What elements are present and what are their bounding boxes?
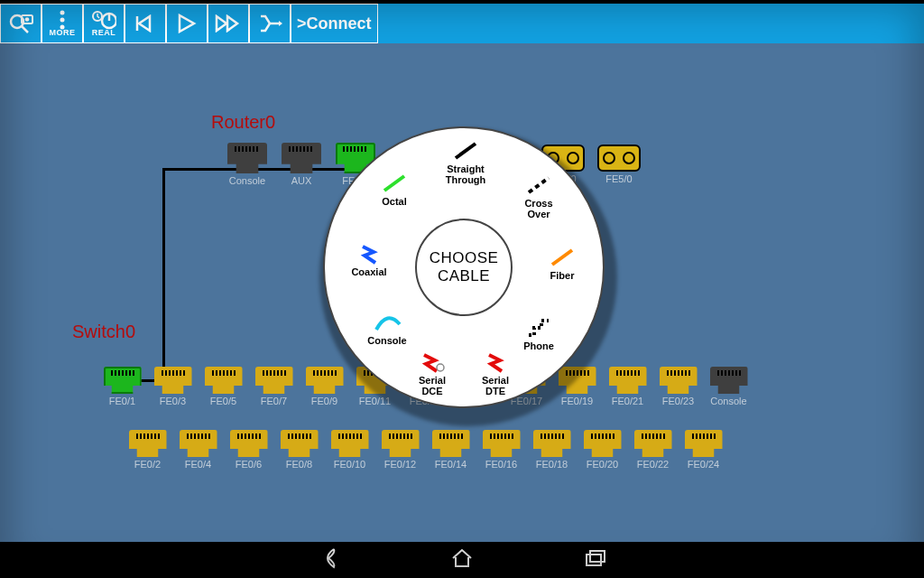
svg-point-4 [60,11,65,15]
cable-coaxial[interactable]: Coaxial [334,242,404,278]
cable-serial-dte[interactable]: Serial DTE [460,350,531,396]
svg-marker-15 [279,21,282,26]
switch-port[interactable]: FE0/24 [682,430,725,470]
switch-port[interactable]: FE0/4 [177,430,219,470]
nav-recents-button[interactable] [583,545,608,574]
switch-port[interactable]: FE0/8 [278,430,320,470]
switch-port[interactable]: FE0/16 [480,430,522,470]
step-back-icon [134,14,157,33]
dashed-line-icon [525,173,552,197]
switch-row-bottom: FE0/2 FE0/4 FE0/6 FE0/8 FE0/10 FE0/12 FE… [126,430,725,470]
switch-port[interactable]: FE0/5 [202,367,245,406]
fast-forward-icon [215,14,242,33]
switch-port[interactable]: FE0/18 [531,430,573,470]
vertical-dots-icon [58,10,67,30]
router-port-console[interactable]: Console [224,143,271,186]
switch-port[interactable]: FE0/9 [303,367,346,406]
router-label[interactable]: Router0 [211,112,275,133]
cable-fiber[interactable]: Fiber [527,246,597,282]
svg-line-20 [384,176,404,191]
router-port-fe50[interactable]: FE5/0 [596,144,642,184]
home-icon [449,545,475,571]
step-back-button[interactable] [125,4,166,43]
nav-back-button[interactable] [316,545,341,574]
more-label: MORE [50,28,76,37]
red-bolt-clock-icon [419,350,446,374]
picker-center: CHOOSE CABLE [415,219,513,316]
cable-console[interactable]: Console [352,311,422,347]
switch-port[interactable]: FE0/23 [657,367,699,406]
cyan-arc-icon [373,311,402,334]
android-navbar [0,542,924,578]
switch-port[interactable]: FE0/2 [126,430,169,470]
svg-marker-13 [217,16,226,31]
workspace-canvas[interactable]: Router0 Switch0 Console AUX FE0/0 FE4/0 … [0,43,924,542]
switch-port[interactable]: FE0/14 [430,430,472,470]
svg-point-3 [25,17,30,22]
cable-cross-over[interactable]: Cross Over [504,173,574,219]
fast-forward-button[interactable] [208,4,249,43]
switch-port[interactable]: FE0/7 [253,367,295,406]
cable-serial-dce[interactable]: Serial DCE [397,350,467,396]
recents-icon [583,545,608,571]
branch-icon [257,13,282,34]
search-zoom-button[interactable] [0,4,42,43]
svg-rect-21 [590,551,605,562]
orange-line-icon [549,246,576,269]
switch-port[interactable]: FE0/10 [328,430,371,470]
blue-bolt-icon [357,242,381,266]
back-icon [316,545,341,571]
picker-center-line2: CABLE [438,267,490,285]
svg-marker-12 [180,15,194,32]
cable-octal[interactable]: Octal [359,172,430,208]
play-icon [176,14,198,33]
switch-port[interactable]: FE0/6 [227,430,270,470]
switch-port[interactable]: FE0/12 [379,430,421,470]
cable-phone[interactable]: Phone [504,316,574,352]
svg-rect-22 [587,555,601,565]
svg-line-17 [529,178,549,192]
cable-segment [162,168,165,381]
switch-port[interactable]: FE0/21 [606,367,649,406]
cable-straight-through[interactable]: Straight Through [430,139,501,185]
straight-line-icon [452,139,479,163]
svg-marker-10 [139,16,150,31]
red-bolt-icon [484,350,507,374]
switch-port-console[interactable]: Console [707,367,750,406]
switch-port[interactable]: FE0/1 [101,367,143,406]
toolbar: MORE REAL >Connect [0,4,924,43]
switch-port[interactable]: FE0/20 [581,430,624,470]
real-label: REAL [92,28,116,37]
realtime-button[interactable]: REAL [83,4,125,43]
dotted-step-icon [525,316,552,340]
router-port-aux[interactable]: AUX [278,143,325,186]
svg-point-19 [437,364,444,371]
svg-point-5 [60,18,65,23]
connect-button[interactable]: >Connect [291,4,378,43]
topology-button[interactable] [249,4,291,43]
clock-power-icon [91,10,116,30]
play-button[interactable] [166,4,208,43]
switch-port[interactable]: FE0/22 [632,430,674,470]
svg-marker-14 [227,16,237,31]
svg-line-16 [456,144,476,158]
magnifier-camera-icon [8,13,33,34]
nav-home-button[interactable] [449,545,475,574]
svg-line-18 [552,250,572,265]
svg-line-1 [22,26,28,33]
switch-label[interactable]: Switch0 [72,322,135,342]
connect-label: >Connect [297,14,372,33]
more-button[interactable]: MORE [42,4,83,43]
cable-picker: CHOOSE CABLE Straight Through Cross Over… [323,126,605,408]
green-line-icon [381,172,408,195]
picker-center-line1: CHOOSE [430,249,499,267]
switch-port[interactable]: FE0/3 [152,367,194,406]
